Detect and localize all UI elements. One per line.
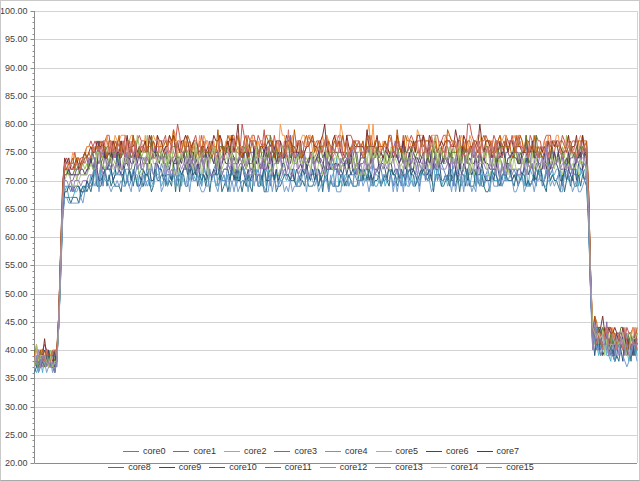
y-tick-label: 50.00 <box>5 289 28 299</box>
y-tick-label: 95.00 <box>5 34 28 44</box>
y-tick-label: 70.00 <box>5 176 28 186</box>
y-axis-ticks <box>31 12 35 464</box>
y-tick-label: 45.00 <box>5 317 28 327</box>
plot-area: 100.0095.0090.0085.0080.0075.0070.0065.0… <box>1 1 640 481</box>
y-tick-label: 65.00 <box>5 204 28 214</box>
series-line-core7 <box>35 124 638 367</box>
series-lines <box>35 124 638 373</box>
y-tick-label: 30.00 <box>5 402 28 412</box>
y-axis-labels: 100.0095.0090.0085.0080.0075.0070.0065.0… <box>1 6 28 468</box>
y-tick-label: 55.00 <box>5 260 28 270</box>
series-line-core12 <box>35 164 638 373</box>
y-tick-label: 20.00 <box>5 458 28 468</box>
series-line-core1 <box>35 124 638 361</box>
y-tick-label: 100.00 <box>1 6 28 16</box>
y-tick-label: 40.00 <box>5 345 28 355</box>
y-tick-label: 60.00 <box>5 232 28 242</box>
y-tick-label: 85.00 <box>5 91 28 101</box>
series-line-core5 <box>35 124 638 367</box>
y-tick-label: 35.00 <box>5 373 28 383</box>
y-tick-label: 75.00 <box>5 147 28 157</box>
y-tick-label: 25.00 <box>5 430 28 440</box>
gridlines <box>35 12 638 436</box>
y-tick-label: 90.00 <box>5 63 28 73</box>
y-tick-label: 80.00 <box>5 119 28 129</box>
temperature-chart: 100.0095.0090.0085.0080.0075.0070.0065.0… <box>0 0 640 481</box>
